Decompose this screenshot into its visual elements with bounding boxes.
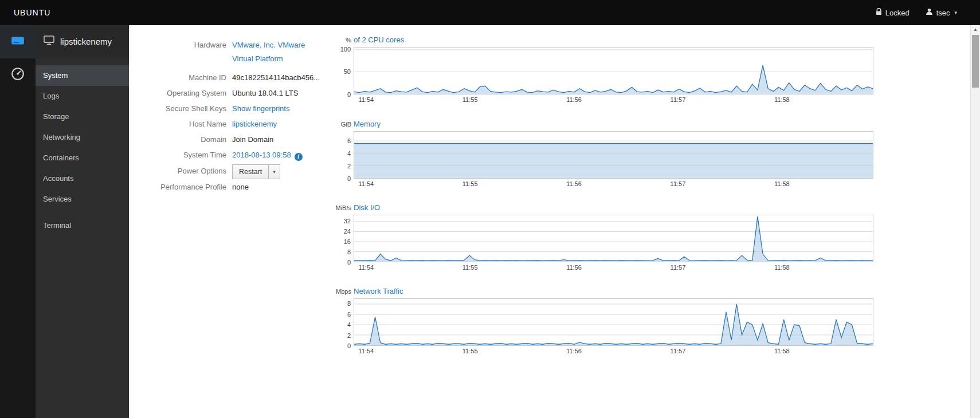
disk-io-graph: 08162432 — [354, 215, 873, 262]
scrollbar-thumb[interactable] — [972, 35, 979, 88]
ssh-keys-label: Secure Shell Keys — [129, 101, 232, 116]
disk-io-chart-head: MiB/s Disk I/O — [332, 203, 873, 212]
os-label: Operating System — [129, 85, 232, 101]
cockpit-app: UBUNTU Locked tsec ▾ — [0, 0, 980, 418]
main-content: Hardware VMware, Inc. VMware Virtual Pla… — [129, 25, 970, 418]
memory-chart-link[interactable]: Memory — [354, 120, 381, 128]
cpu-unit-label: % — [332, 37, 351, 44]
network-traffic-chart-head: Mbps Network Traffic — [332, 287, 873, 295]
disk-io-x-axis: 11:5411:5511:5611:5711:58 — [354, 262, 873, 271]
cpu-graph: 050100 — [354, 47, 873, 94]
info-row-domain: Domain Join Domain — [129, 132, 358, 147]
user-icon — [926, 8, 933, 17]
machine-id-label: Machine ID — [129, 70, 232, 85]
hardware-link[interactable]: VMware, Inc. VMware Virtual Platform — [232, 37, 318, 66]
top-navigation-bar: UBUNTU Locked tsec ▾ — [0, 0, 980, 25]
sidebar-item-logs[interactable]: Logs — [36, 86, 129, 107]
sidebar-item-containers[interactable]: Containers — [36, 148, 129, 168]
join-domain-value[interactable]: Join Domain — [232, 132, 273, 147]
locked-indicator[interactable]: Locked — [876, 8, 910, 17]
sidebar-menu: System Logs Storage Networking Container… — [36, 58, 129, 236]
user-name: tsec — [936, 9, 950, 17]
os-value: Ubuntu 18.04.1 LTS — [232, 85, 298, 101]
dashboard-gauge-icon — [10, 66, 25, 84]
scroll-up-arrow[interactable]: ▲ — [971, 25, 980, 34]
info-row-hardware: Hardware VMware, Inc. VMware Virtual Pla… — [129, 37, 358, 66]
sidebar-item-storage[interactable]: Storage — [36, 107, 129, 127]
chevron-down-icon: ▾ — [954, 10, 957, 15]
network-traffic-graph: 02468 — [354, 298, 873, 346]
performance-profile-value: none — [232, 179, 249, 195]
machines-icon — [10, 33, 25, 50]
network-x-axis: 11:5411:5511:5611:5711:58 — [354, 346, 873, 355]
host-selector[interactable]: lipstickenemy — [36, 25, 129, 58]
cpu-chart-link[interactable]: of 2 CPU cores — [354, 36, 404, 44]
cpu-x-axis: 11:5411:5511:5611:5711:58 — [354, 94, 873, 104]
disk-io-chart-link[interactable]: Disk I/O — [354, 203, 380, 212]
host-name-link[interactable]: lipstickenemy — [232, 120, 277, 128]
sidebar-item-services[interactable]: Services — [36, 189, 129, 210]
hardware-label: Hardware — [129, 37, 232, 53]
network-traffic-chart-link[interactable]: Network Traffic — [354, 287, 403, 295]
power-options-label: Power Options — [129, 163, 232, 179]
show-fingerprints-link[interactable]: Show fingerprints — [232, 104, 289, 113]
host-monitor-icon — [44, 36, 54, 48]
info-row-system-time: System Time 2018-08-13 09:58i — [129, 147, 358, 163]
restart-button[interactable]: Restart — [232, 164, 269, 179]
info-row-power-options: Power Options Restart ▾ — [129, 163, 358, 179]
machine-id-value: 49c1822514114bacb456... — [232, 70, 320, 85]
locked-label: Locked — [885, 9, 910, 17]
sidebar-item-networking[interactable]: Networking — [36, 127, 129, 148]
disk-io-chart: MiB/s Disk I/O 08162432 11:5411:5511:561… — [332, 203, 873, 271]
performance-profile-label: Performance Profile — [129, 179, 232, 195]
system-time-link[interactable]: 2018-08-13 09:58 — [232, 151, 291, 159]
info-row-ssh-keys: Secure Shell Keys Show fingerprints — [129, 101, 358, 116]
info-row-machine-id: Machine ID 49c1822514114bacb456... — [129, 70, 358, 85]
info-row-host-name: Host Name lipstickenemy — [129, 116, 358, 132]
memory-chart-head: GiB Memory — [332, 120, 873, 128]
scrollbar[interactable]: ▲ — [970, 25, 980, 418]
memory-unit-label: GiB — [332, 121, 351, 128]
host-name-label: lipstickenemy — [60, 37, 112, 46]
power-options-caret-button[interactable]: ▾ — [269, 164, 280, 179]
memory-x-axis: 11:5411:5511:5611:5711:58 — [354, 179, 873, 188]
cpu-chart-head: % of 2 CPU cores — [332, 36, 873, 44]
info-icon[interactable]: i — [295, 153, 303, 161]
sidebar-item-system[interactable]: System — [36, 65, 129, 86]
app-switcher-rail — [0, 25, 36, 418]
topbar-right: Locked tsec ▾ — [876, 8, 980, 17]
domain-label: Domain — [129, 132, 232, 147]
memory-graph: 0246 — [354, 131, 873, 179]
memory-chart: GiB Memory 0246 11:5411:5511:5611:5711:5… — [332, 120, 873, 188]
cpu-chart: % of 2 CPU cores 050100 11:5411:5511:561… — [332, 36, 873, 104]
sidebar-item-terminal[interactable]: Terminal — [36, 215, 129, 236]
sidebar-item-accounts[interactable]: Accounts — [36, 168, 129, 189]
system-time-label: System Time — [129, 147, 232, 163]
lock-icon — [876, 8, 882, 17]
rail-item-dashboard[interactable] — [0, 58, 36, 92]
info-row-os: Operating System Ubuntu 18.04.1 LTS — [129, 85, 358, 101]
host-name-field-label: Host Name — [129, 116, 232, 132]
network-unit-label: Mbps — [332, 288, 351, 295]
power-options-group: Restart ▾ — [232, 164, 280, 179]
disk-io-unit-label: MiB/s — [332, 204, 351, 211]
sidebar: lipstickenemy System Logs Storage Networ… — [36, 25, 129, 418]
brand-logo[interactable]: UBUNTU — [0, 8, 50, 17]
network-traffic-chart: Mbps Network Traffic 02468 11:5411:5511:… — [332, 287, 873, 355]
rail-item-machines[interactable] — [0, 25, 36, 58]
system-info-panel: Hardware VMware, Inc. VMware Virtual Pla… — [129, 37, 358, 195]
user-menu[interactable]: tsec ▾ — [926, 8, 957, 17]
info-row-performance-profile: Performance Profile none — [129, 179, 358, 195]
